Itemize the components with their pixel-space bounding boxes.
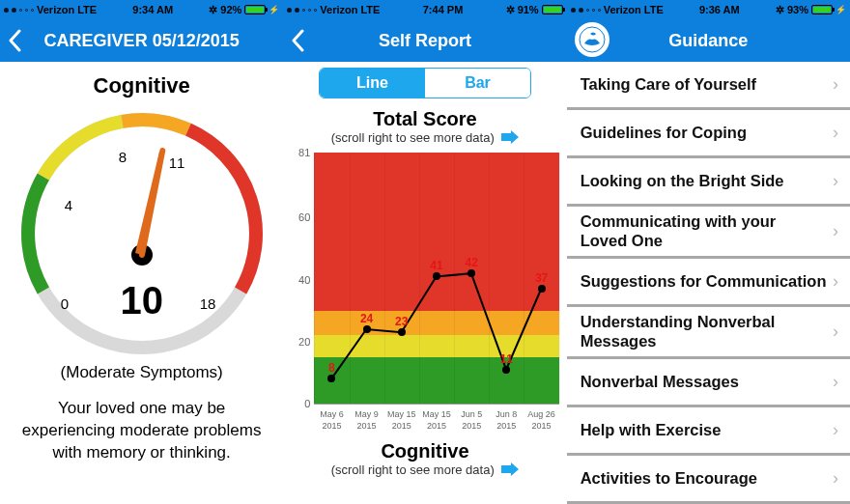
gauge: 0 4 8 11 18 10 — [16, 108, 268, 359]
list-item-label: Help with Exercise — [581, 421, 722, 440]
tick-8: 8 — [119, 149, 127, 165]
list-item[interactable]: Activities to Encourage› — [567, 456, 850, 504]
list-item[interactable]: Understanding Nonverbal Messages› — [567, 307, 850, 359]
data-point — [502, 366, 510, 374]
battery-pct: 92% — [220, 4, 241, 15]
data-point — [468, 269, 475, 277]
list-item[interactable]: Nonverbal Messages› — [567, 359, 850, 407]
list-item[interactable]: Communicating with your Loved One› — [567, 207, 850, 259]
chevron-right-icon: › — [827, 171, 838, 191]
carrier-label: Verizon — [604, 4, 641, 15]
gauge-caption: (Moderate Symptoms) — [10, 363, 273, 382]
x-tick: May 62015 — [314, 405, 349, 433]
chart2-title: Cognitive — [291, 440, 558, 462]
bt-icon: ✲ — [506, 4, 515, 16]
carrier-label: Verizon — [37, 4, 74, 15]
x-tick: May 152015 — [419, 405, 454, 433]
nav-bar: Self Report — [283, 19, 566, 62]
nav-bar: Guidance — [567, 19, 850, 62]
battery-pct: 93% — [787, 4, 808, 15]
data-point — [327, 375, 335, 382]
chevron-right-icon: › — [827, 372, 838, 392]
data-label: 24 — [360, 312, 373, 325]
status-bar: Verizon LTE 7:44 PM ✲ 91% — [283, 0, 566, 19]
seg-bar[interactable]: Bar — [425, 69, 530, 98]
chevron-right-icon: › — [827, 123, 838, 143]
section-title: Cognitive — [10, 73, 273, 98]
chevron-right-icon: › — [827, 271, 838, 292]
chevron-right-icon: › — [827, 468, 838, 489]
list-item-label: Understanding Nonverbal Messages — [581, 313, 827, 351]
list-item[interactable]: Looking on the Bright Side› — [567, 158, 850, 207]
chart-plot[interactable]: 0204060818242341421137May 62015May 92015… — [291, 153, 558, 433]
list-item[interactable]: Guidelines for Coping› — [567, 110, 850, 158]
gauge-needle — [135, 151, 164, 255]
screen-guidance: Verizon LTE 9:36 AM ✲ 93% ⚡ Guidance Tak… — [567, 0, 850, 504]
nav-title: Self Report — [283, 31, 566, 51]
list-item-label: Communicating with your Loved One — [581, 212, 827, 251]
data-point — [538, 285, 546, 293]
data-label: 23 — [395, 315, 408, 328]
gauge-value: 10 — [16, 279, 268, 322]
back-button[interactable] — [0, 19, 29, 62]
data-point — [433, 272, 440, 280]
x-tick: May 92015 — [350, 405, 384, 433]
nav-title: CAREGIVER 05/12/2015 — [0, 31, 283, 51]
chevron-right-icon: › — [827, 322, 838, 342]
svg-line-3 — [142, 151, 162, 255]
data-point — [398, 328, 406, 336]
list-item[interactable]: Help with Exercise› — [567, 407, 850, 456]
carrier-label: Verizon — [320, 4, 357, 15]
x-tick: Aug 262015 — [524, 405, 558, 433]
tick-4: 4 — [65, 197, 72, 213]
x-tick: May 152015 — [384, 405, 419, 433]
app-logo — [575, 22, 609, 57]
segmented-control: Line Bar — [319, 68, 531, 98]
back-button[interactable] — [283, 19, 312, 62]
tick-11: 11 — [169, 154, 185, 171]
screen-self-report: Verizon LTE 7:44 PM ✲ 91% Self Report Li… — [283, 0, 566, 504]
y-tick: 20 — [298, 336, 310, 348]
arrow-right-icon — [501, 130, 519, 147]
network-label: LTE — [644, 4, 664, 15]
status-bar: Verizon LTE 9:34 AM ✲ 92% ⚡ — [0, 0, 283, 19]
data-label: 11 — [500, 352, 513, 366]
y-tick: 81 — [298, 147, 310, 158]
status-bar: Verizon LTE 9:36 AM ✲ 93% ⚡ — [567, 0, 850, 19]
list-item[interactable]: Suggestions for Communication› — [567, 259, 850, 307]
chevron-right-icon: › — [827, 221, 838, 241]
seg-line-label: Line — [356, 74, 388, 92]
y-tick: 0 — [304, 398, 310, 409]
guidance-list: Taking Care of Yourself›Guidelines for C… — [567, 62, 850, 504]
y-tick: 60 — [298, 211, 310, 223]
gauge-description: Your loved one may be experiencing moder… — [15, 398, 268, 464]
list-item[interactable]: Taking Care of Yourself› — [567, 62, 850, 110]
data-label: 42 — [465, 256, 477, 269]
svg-marker-4 — [501, 130, 519, 144]
x-tick: Jun 52015 — [454, 405, 489, 433]
arrow-right-icon — [501, 462, 519, 479]
battery-icon — [244, 5, 266, 14]
screen-caregiver-gauge: Verizon LTE 9:34 AM ✲ 92% ⚡ CAREGIVER 05… — [0, 0, 283, 504]
battery-icon — [542, 5, 563, 14]
chevron-right-icon: › — [827, 74, 838, 95]
data-label: 8 — [328, 361, 335, 375]
data-label: 41 — [430, 259, 442, 272]
seg-line[interactable]: Line — [320, 69, 425, 98]
chevron-left-icon — [291, 29, 304, 52]
y-tick: 40 — [298, 274, 310, 286]
battery-icon — [811, 5, 833, 14]
list-item-label: Taking Care of Yourself — [581, 75, 756, 95]
chevron-right-icon: › — [827, 420, 838, 440]
nav-bar: CAREGIVER 05/12/2015 — [0, 19, 283, 62]
list-item-label: Suggestions for Communication — [581, 272, 827, 292]
list-item-label: Nonverbal Messages — [581, 373, 739, 392]
battery-pct: 91% — [518, 4, 539, 15]
dove-hands-icon — [579, 26, 606, 53]
clock: 9:34 AM — [132, 4, 173, 15]
list-item-label: Looking on the Bright Side — [581, 172, 784, 191]
data-point — [363, 325, 371, 333]
list-item-label: Activities to Encourage — [581, 469, 757, 489]
x-tick: Jun 82015 — [489, 405, 524, 433]
chart-scroll-hint: (scroll right to see more data) — [291, 130, 558, 147]
